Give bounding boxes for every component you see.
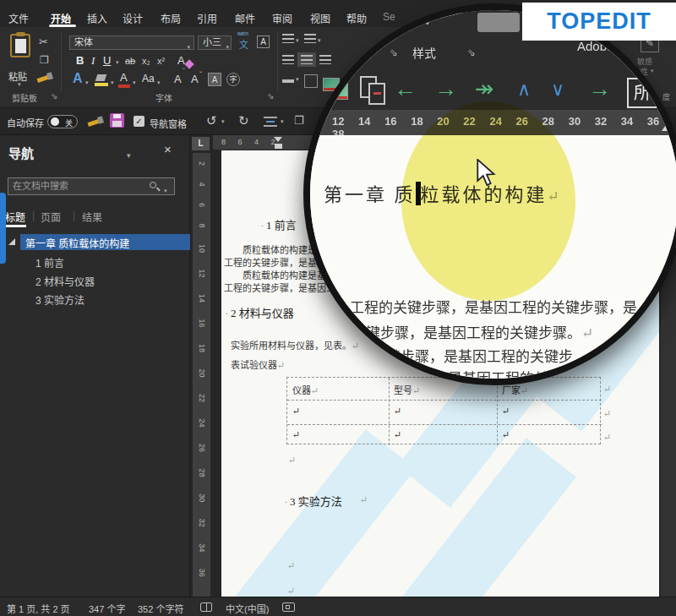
tab-home[interactable]: 开始 [51, 11, 71, 25]
text-effects-button[interactable]: A [73, 71, 83, 86]
tab-help[interactable]: 帮助 [346, 11, 367, 25]
table-cell: ↵ [502, 406, 510, 417]
tab-file[interactable]: 文件 [8, 11, 29, 25]
nav-item-methods[interactable]: 3 实验方法 [35, 292, 84, 307]
paste-caret-icon[interactable]: ▾ [18, 81, 21, 88]
clear-formatting-button[interactable]: A [177, 54, 185, 67]
vertical-ruler[interactable]: 2 4 6 8 10 12 14 16 18 20 22 24 26 28 30… [193, 153, 210, 597]
font-size-combobox[interactable]: 小三 ▾ [198, 35, 232, 50]
underline-button[interactable]: U [103, 54, 111, 67]
numbered-list-icon[interactable] [304, 34, 316, 43]
enclose-characters-button[interactable]: 字 [226, 73, 240, 86]
nav-item-foreword[interactable]: 1 前言 [35, 255, 64, 270]
watermark-stripe [221, 429, 416, 597]
topedit-logo: TOPEDIT [522, 3, 676, 41]
nav-item-chapter1[interactable]: 第一章 质粒载体的构建 [25, 236, 129, 250]
subscript-button[interactable]: x₂ [142, 56, 150, 66]
font-color-caret-icon[interactable]: ▾ [133, 79, 136, 86]
font-size-caret-icon[interactable]: ▾ [226, 41, 229, 53]
search-input[interactable]: 在文档中搜索 ▾ [8, 177, 175, 195]
tab-insert[interactable]: 插入 [87, 11, 107, 25]
hyphenation-icon[interactable] [264, 117, 277, 127]
redo-icon[interactable]: ↻ [238, 113, 249, 128]
instrument-table[interactable]: 仪器↵ 型号↵ 厂家↵ ↵ ↵ ↵ ↵ ↵ ↵ [286, 377, 601, 444]
navtab-pages[interactable]: 页面 [41, 210, 61, 224]
tab-layout[interactable]: 布局 [161, 11, 181, 25]
font-name-caret-icon[interactable]: ▾ [187, 41, 190, 53]
qat-format-painter-icon[interactable] [88, 115, 105, 128]
shading-caret-icon[interactable]: ▾ [296, 76, 299, 83]
grow-font-mark-icon: ˆ [183, 68, 185, 77]
change-case-caret-icon[interactable]: ▾ [157, 79, 161, 86]
paste-icon[interactable] [10, 34, 30, 57]
search-icon[interactable] [150, 182, 156, 188]
tab-review[interactable]: 审阅 [272, 11, 292, 25]
nav-item-materials[interactable]: 2 材料与仪器 [35, 274, 95, 288]
word-count[interactable]: 347 个字 [89, 602, 125, 615]
phonetic-guide-char[interactable]: 文 [239, 37, 248, 51]
navtab-separator-2: | [73, 210, 75, 221]
search-caret-icon[interactable]: ▾ [164, 184, 167, 197]
grow-font-button[interactable]: A [174, 73, 182, 85]
underline-caret-icon[interactable]: ▾ [116, 59, 119, 66]
font-color-button[interactable]: A [120, 71, 128, 84]
character-count[interactable]: 352 个字符 [138, 602, 183, 615]
borders-icon[interactable] [304, 74, 318, 88]
shrink-font-button[interactable]: A [191, 73, 199, 85]
text-effects-caret-icon[interactable]: ▾ [85, 79, 89, 86]
autosave-label: 自动保存 [7, 116, 44, 129]
proofing-icon[interactable] [200, 602, 212, 612]
shading-button[interactable]: A [208, 73, 221, 86]
change-case-button[interactable]: Aa [142, 73, 155, 84]
shading-bucket-icon[interactable] [282, 79, 294, 83]
hyphenation-caret-icon[interactable]: ▾ [281, 118, 284, 125]
tab-mailings[interactable]: 邮件 [235, 11, 255, 25]
bullet-list-caret-icon[interactable]: ▾ [296, 37, 299, 44]
undo-icon[interactable]: ↺ [206, 113, 217, 128]
italic-button[interactable]: I [91, 54, 95, 68]
autosave-toggle[interactable]: 关 [47, 115, 78, 128]
undo-caret-icon[interactable]: ▾ [221, 118, 225, 125]
collapse-triangle-icon[interactable] [8, 238, 15, 245]
navtab-headings[interactable]: 标题 [5, 210, 25, 224]
sensitivity-caret-icon: ▾ [651, 68, 654, 74]
format-painter-icon[interactable] [37, 71, 54, 84]
macro-record-icon[interactable] [282, 602, 295, 612]
align-right-icon[interactable] [319, 55, 331, 64]
strikethrough-button[interactable]: ab [125, 56, 135, 66]
tab-references[interactable]: 引用 [197, 11, 217, 25]
phonetic-guide-icon[interactable]: wén [237, 30, 248, 36]
cut-icon[interactable]: ✂ [39, 35, 48, 48]
superscript-button[interactable]: x² [157, 56, 165, 66]
language-indicator[interactable]: 中文(中国) [226, 602, 269, 615]
navpane-menu-caret-icon[interactable]: ▾ [127, 151, 131, 160]
left-indent-marker[interactable] [275, 144, 282, 149]
copy-icon[interactable]: ❐ [40, 54, 49, 66]
font-name-combobox[interactable]: 宋体 ▾ [69, 35, 194, 50]
tab-view[interactable]: 视图 [310, 11, 330, 25]
navpane-close-icon[interactable]: × [164, 142, 172, 156]
character-border-icon[interactable]: A [257, 35, 270, 48]
tab-overflow[interactable]: Se [383, 11, 395, 23]
bold-button[interactable]: B [76, 54, 84, 67]
font-dialog-launcher-icon[interactable]: ⇘ [267, 91, 274, 101]
side-handle[interactable] [0, 193, 6, 264]
font-color-bar-icon [118, 84, 130, 88]
magnified-style-gallery-box [477, 13, 520, 32]
navtab-results[interactable]: 结果 [82, 210, 102, 224]
page-indicator[interactable]: 第 1 页, 共 2 页 [7, 602, 70, 615]
paragraph-mark: ↵ [360, 494, 368, 505]
numbered-list-caret-icon[interactable]: ▾ [318, 37, 321, 44]
align-left-icon[interactable] [282, 55, 294, 64]
qat-copy-icon[interactable]: ❐ [294, 114, 304, 127]
first-line-indent-marker[interactable] [274, 137, 282, 142]
save-icon[interactable] [110, 113, 124, 128]
bullet-list-icon[interactable] [282, 34, 294, 43]
clipboard-dialog-launcher-icon[interactable]: ⇘ [51, 91, 57, 101]
tab-selector-box[interactable]: L [192, 137, 210, 150]
align-center-icon[interactable] [301, 55, 313, 64]
highlight-caret-icon[interactable]: ▾ [111, 79, 114, 86]
tab-design[interactable]: 设计 [123, 11, 143, 25]
mouse-cursor-icon [476, 159, 498, 188]
navpane-checkbox[interactable]: ✓ [134, 116, 144, 127]
